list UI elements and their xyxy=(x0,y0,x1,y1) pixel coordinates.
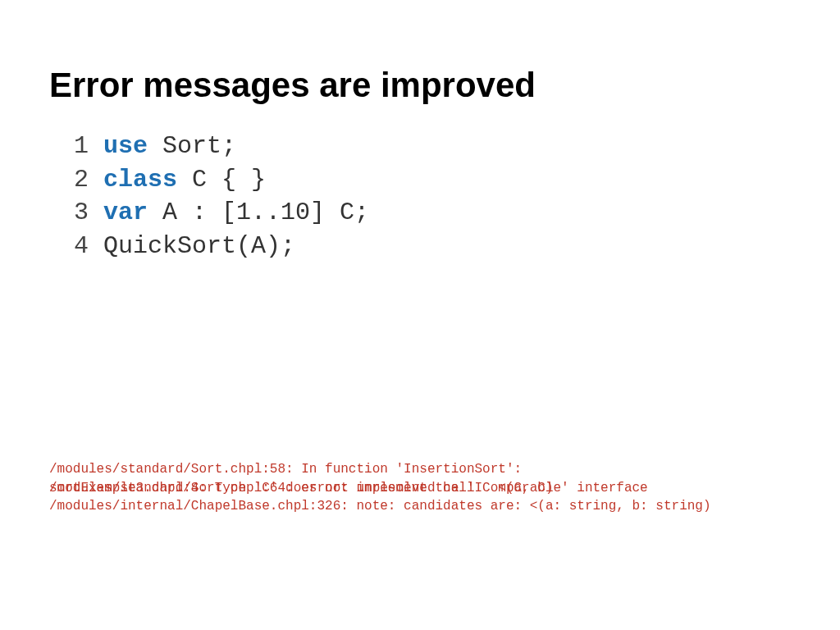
error-line-2-overlap: /modules/standard/Sort.chpl:64: error: u… xyxy=(49,479,788,497)
error-line-3: /modules/internal/ChapelBase.chpl:326: n… xyxy=(49,497,788,515)
code-text: C { } xyxy=(177,166,266,194)
code-block: 1 use Sort; 2 class C { } 3 var A : [1..… xyxy=(74,130,791,262)
keyword: class xyxy=(103,166,177,194)
keyword: var xyxy=(103,199,148,226)
error-line-2b: sortExample3.chpl:4: Type 'C' does not i… xyxy=(49,479,648,497)
error-output: /modules/standard/Sort.chpl:58: In funct… xyxy=(49,460,788,515)
line-number: 2 xyxy=(74,166,89,194)
line-number: 4 xyxy=(74,232,89,260)
code-line-3: 3 var A : [1..10] C; xyxy=(74,196,791,230)
line-number: 1 xyxy=(74,132,89,160)
keyword: use xyxy=(103,132,148,160)
code-text: QuickSort(A); xyxy=(103,232,295,260)
line-number: 3 xyxy=(74,199,89,226)
code-line-2: 2 class C { } xyxy=(74,163,791,197)
code-text: Sort; xyxy=(148,132,236,160)
code-line-4: 4 QuickSort(A); xyxy=(74,230,791,263)
code-line-1: 1 use Sort; xyxy=(74,130,791,163)
code-text: A : [1..10] C; xyxy=(148,199,369,226)
page-title: Error messages are improved xyxy=(49,66,791,105)
error-line-1: /modules/standard/Sort.chpl:58: In funct… xyxy=(49,460,788,478)
slide: Error messages are improved 1 use Sort; … xyxy=(0,0,840,630)
